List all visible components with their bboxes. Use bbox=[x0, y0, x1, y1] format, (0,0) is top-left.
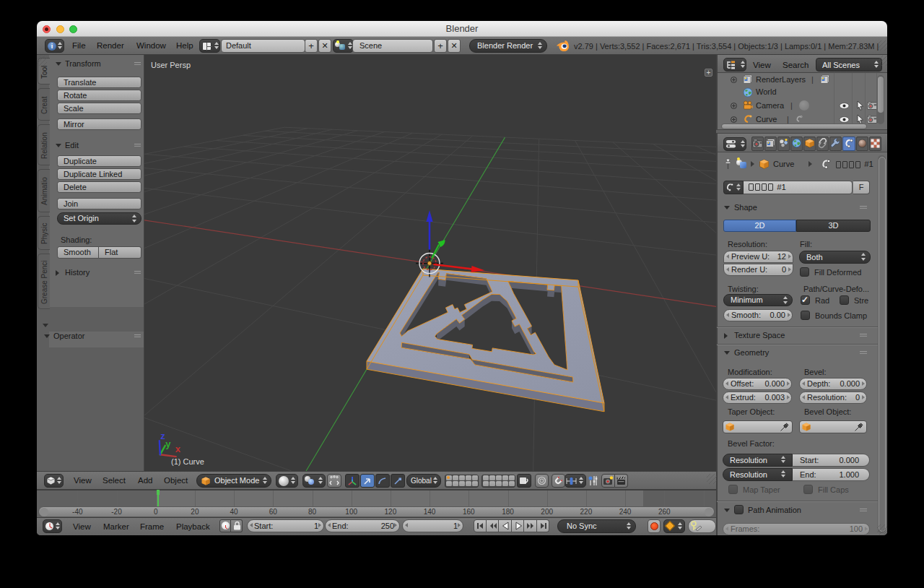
svg-text:y: y bbox=[165, 438, 171, 449]
svg-text:x: x bbox=[175, 444, 181, 454]
svg-text:z: z bbox=[160, 431, 165, 441]
